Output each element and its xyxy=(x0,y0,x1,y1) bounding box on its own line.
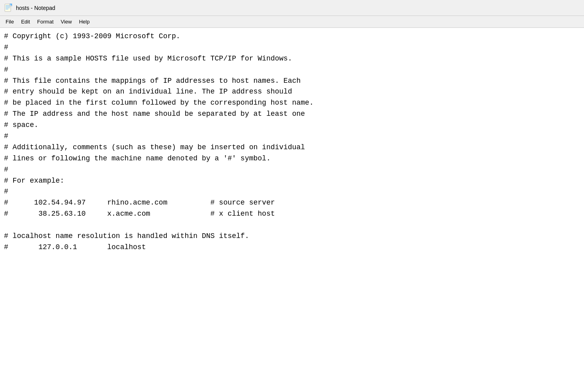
window-title: hosts - Notepad xyxy=(16,5,55,11)
svg-rect-4 xyxy=(6,9,8,10)
title-bar: hosts - Notepad xyxy=(0,0,584,16)
notepad-window: hosts - Notepad File Edit Format View He… xyxy=(0,0,584,392)
notepad-icon xyxy=(4,4,13,12)
menu-format[interactable]: Format xyxy=(34,18,57,26)
svg-rect-3 xyxy=(6,8,10,8)
menu-edit[interactable]: Edit xyxy=(18,18,33,26)
menu-help[interactable]: Help xyxy=(76,18,93,26)
svg-rect-1 xyxy=(6,5,9,6)
menu-view[interactable]: View xyxy=(58,18,75,26)
svg-rect-2 xyxy=(6,6,10,7)
menu-file[interactable]: File xyxy=(2,18,17,26)
file-content: # Copyright (c) 1993-2009 Microsoft Corp… xyxy=(4,31,580,253)
menu-bar: File Edit Format View Help xyxy=(0,16,584,28)
text-editor-area[interactable]: # Copyright (c) 1993-2009 Microsoft Corp… xyxy=(0,28,584,392)
